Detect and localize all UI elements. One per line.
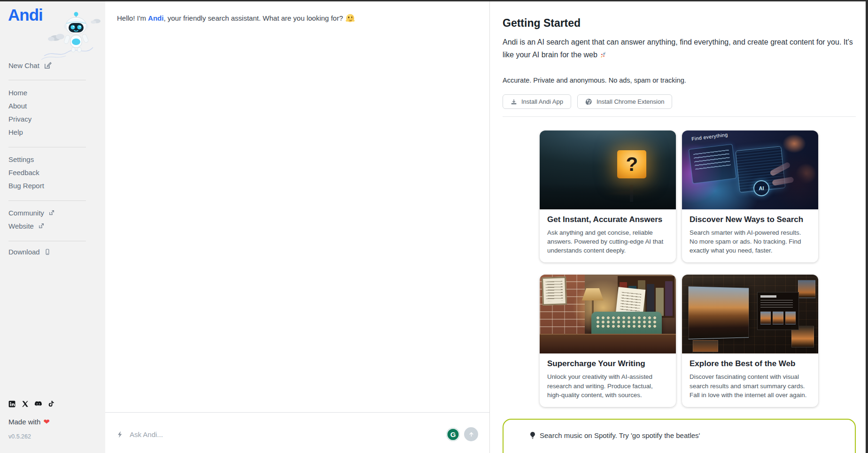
card-instant-answers[interactable]: ? Get Instant, Accurate Answers Ask anyt…: [540, 131, 676, 262]
sidebar-item-about[interactable]: About: [8, 99, 31, 112]
chrome-icon: [585, 98, 592, 105]
card-explore-web[interactable]: Explore the Best of the Web Discover fas…: [682, 275, 818, 407]
sidebar-item-privacy[interactable]: Privacy: [8, 112, 31, 125]
card-image-cave-question-mark: ?: [540, 131, 676, 209]
sidebar-item-website[interactable]: Website: [8, 219, 54, 232]
install-andi-app-button[interactable]: Install Andi App: [503, 94, 571, 109]
card-text: Unlock your creativity with AI-assisted …: [547, 372, 668, 399]
question-mark-sign: ?: [617, 150, 646, 178]
divider: [8, 80, 86, 80]
card-text: Ask anything and get concise, reliable a…: [547, 228, 668, 255]
cloud-icon: [48, 34, 64, 41]
hugging-face-emoji: [346, 14, 354, 22]
divider: [8, 147, 86, 147]
rocket-emoji: [598, 49, 609, 61]
install-buttons: Install Andi App Install Chrome Extensio…: [503, 94, 672, 109]
andi-app-window: Andi New Chat: [0, 0, 868, 453]
card-image-web-collage: [682, 275, 818, 353]
page-title: Getting Started: [503, 17, 581, 30]
divider: [503, 116, 856, 117]
card-text: Search smarter with AI-powered results. …: [690, 228, 811, 255]
edit-square-icon: [44, 61, 52, 69]
sidebar-item-feedback[interactable]: Feedback: [8, 166, 44, 179]
linkedin-icon[interactable]: [8, 400, 16, 408]
x-icon[interactable]: [21, 400, 29, 408]
external-link-icon: [38, 223, 44, 229]
new-chat-label: New Chat: [8, 61, 39, 69]
sidebar-item-community[interactable]: Community: [8, 206, 54, 219]
made-with-label: Made with ❤: [8, 417, 50, 426]
sidebar: Andi New Chat: [0, 1, 105, 453]
card-title: Explore the Best of the Web: [690, 359, 811, 369]
card-image-typewriter-desk: [540, 275, 676, 353]
feature-cards: ? Get Instant, Accurate Answers Ask anyt…: [540, 131, 819, 407]
primary-nav: Home About Privacy Help: [8, 86, 31, 138]
heart-icon: ❤: [43, 417, 49, 426]
card-title: Discover New Ways to Search: [690, 215, 811, 224]
card-image-futuristic-search: Find everything AI: [682, 131, 818, 209]
social-links: [8, 400, 55, 408]
cloud-icon: [91, 19, 101, 24]
greeting-andi-name: Andi: [148, 14, 163, 22]
new-chat-button[interactable]: New Chat: [8, 59, 52, 72]
ask-andi-input[interactable]: [129, 430, 442, 439]
external-link-icon: [48, 210, 54, 216]
divider: [8, 200, 86, 201]
discord-icon[interactable]: [34, 400, 42, 408]
chat-panel: Hello! I'm Andi, your friendly search as…: [105, 1, 490, 453]
download-button[interactable]: Download: [8, 245, 51, 258]
sidebar-item-bug-report[interactable]: Bug Report: [8, 179, 44, 192]
grammarly-icon[interactable]: G: [447, 428, 459, 441]
intro-text: Andi is an AI search agent that can answ…: [503, 36, 854, 61]
install-chrome-extension-button[interactable]: Install Chrome Extension: [577, 94, 673, 109]
download-icon: [511, 99, 517, 105]
card-text: Discover fascinating content with visual…: [690, 372, 811, 399]
andi-robot-mascot: [40, 11, 101, 61]
mobile-phone-icon: [44, 248, 51, 255]
version-label: v0.5.262: [8, 433, 31, 440]
tiktok-icon[interactable]: [47, 400, 55, 408]
tagline-text: Accurate. Private and anonymous. No ads,…: [503, 77, 686, 84]
arrow-up-icon: [468, 431, 475, 438]
chat-input-bar: G: [105, 412, 489, 453]
image-caption: Find everything: [691, 131, 728, 141]
card-title: Supercharge Your Writing: [547, 359, 668, 369]
tip-text: Search music on Spotify. Try 'go spotify…: [540, 431, 700, 439]
external-nav: Community Website: [8, 206, 54, 232]
secondary-nav: Settings Feedback Bug Report: [8, 153, 44, 192]
card-title: Get Instant, Accurate Answers: [547, 215, 668, 224]
sidebar-item-help[interactable]: Help: [8, 125, 31, 138]
ai-badge: AI: [753, 180, 769, 196]
send-button[interactable]: [464, 427, 478, 441]
search-tip-box[interactable]: Search music on Spotify. Try 'go spotify…: [503, 419, 856, 453]
greeting-suffix: , your friendly search assistant. What a…: [163, 14, 343, 22]
card-supercharge-writing[interactable]: Supercharge Your Writing Unlock your cre…: [540, 275, 676, 407]
lightning-bolt-icon: [116, 430, 124, 439]
window-right-strip: [866, 0, 868, 453]
sidebar-item-home[interactable]: Home: [8, 86, 31, 99]
divider: [8, 241, 86, 241]
assistant-greeting: Hello! I'm Andi, your friendly search as…: [117, 14, 354, 22]
sidebar-item-settings[interactable]: Settings: [8, 153, 44, 166]
getting-started-panel: Getting Started Andi is an AI search age…: [490, 1, 866, 453]
greeting-prefix: Hello! I'm: [117, 14, 146, 22]
card-new-ways-to-search[interactable]: Find everything AI Discover New Ways to …: [682, 131, 818, 262]
lightbulb-icon: [529, 431, 536, 439]
andi-logo[interactable]: Andi: [8, 6, 43, 24]
